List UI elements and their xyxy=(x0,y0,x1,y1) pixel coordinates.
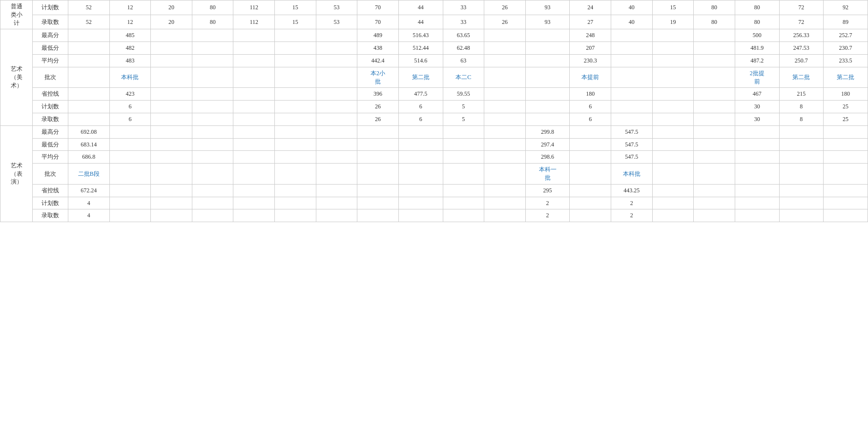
cell xyxy=(694,138,735,151)
cell: 467 xyxy=(735,88,779,101)
row-type: 最高分 xyxy=(33,29,68,42)
cell xyxy=(68,29,110,42)
cell: 8 xyxy=(779,113,824,125)
cell xyxy=(824,138,868,151)
table-row: 录取数 4 2 2 xyxy=(0,209,868,222)
cell xyxy=(192,184,233,197)
cell: 26 xyxy=(484,0,526,15)
cell: 298.6 xyxy=(525,151,570,164)
cell: 547.5 xyxy=(611,125,653,138)
cell xyxy=(233,42,275,55)
cell: 80 xyxy=(192,0,233,15)
cell xyxy=(398,184,443,197)
cell xyxy=(357,184,399,197)
cell xyxy=(275,67,316,88)
cell xyxy=(525,42,570,55)
cell xyxy=(652,138,694,151)
cell: 26 xyxy=(357,101,399,113)
cell xyxy=(652,42,694,55)
cell xyxy=(192,88,233,101)
cell: 2 xyxy=(525,197,570,209)
cell: 672.24 xyxy=(68,184,110,197)
cell xyxy=(233,29,275,42)
cell xyxy=(151,101,192,113)
cell xyxy=(694,29,735,42)
cell: 15 xyxy=(275,0,316,15)
table-row: 最低分 683.14 297.4 547.5 xyxy=(0,138,868,151)
cell: 423 xyxy=(109,88,151,101)
cell: 112 xyxy=(233,15,275,29)
cell xyxy=(652,88,694,101)
cell: 53 xyxy=(316,15,357,29)
row-type: 平均分 xyxy=(33,54,68,67)
cell xyxy=(694,197,735,209)
cell: 250.7 xyxy=(779,54,824,67)
cell: 482 xyxy=(109,42,151,55)
cell: 本科批 xyxy=(611,164,653,185)
cell xyxy=(779,164,824,185)
cell xyxy=(824,151,868,164)
cell: 本2小批 xyxy=(357,67,399,88)
cell xyxy=(652,125,694,138)
cell xyxy=(316,209,357,222)
cell: 33 xyxy=(443,15,484,29)
table-row: 最低分 482 438 512.44 62.48 207 481.9 247.5… xyxy=(0,42,868,55)
cell xyxy=(570,184,611,197)
cell xyxy=(316,113,357,125)
cell xyxy=(824,164,868,185)
cell xyxy=(316,197,357,209)
cell: 72 xyxy=(779,15,824,29)
cell xyxy=(694,88,735,101)
cell xyxy=(275,125,316,138)
cell: 396 xyxy=(357,88,399,101)
data-table: 普通 类小 计 计划数 52 12 20 80 112 15 53 70 44 … xyxy=(0,0,868,222)
cell xyxy=(357,138,399,151)
cell xyxy=(316,29,357,42)
cell xyxy=(109,125,151,138)
cell: 2批提前 xyxy=(735,67,779,88)
cell xyxy=(525,101,570,113)
cell: 80 xyxy=(694,0,735,15)
cell xyxy=(779,197,824,209)
cell xyxy=(275,209,316,222)
cell: 63.65 xyxy=(443,29,484,42)
cell: 30 xyxy=(735,101,779,113)
cell: 93 xyxy=(525,0,570,15)
cell xyxy=(233,125,275,138)
cell: 516.43 xyxy=(398,29,443,42)
cell xyxy=(68,88,110,101)
cell: 5 xyxy=(443,101,484,113)
cell xyxy=(151,184,192,197)
table-row: 计划数 6 26 6 5 6 30 8 25 xyxy=(0,101,868,113)
cell: 112 xyxy=(233,0,275,15)
cell xyxy=(109,138,151,151)
cell xyxy=(192,197,233,209)
cell xyxy=(484,101,526,113)
row-type: 计划数 xyxy=(33,197,68,209)
cell xyxy=(316,101,357,113)
cell xyxy=(611,101,653,113)
cell: 483 xyxy=(109,54,151,67)
cell xyxy=(233,209,275,222)
cell: 80 xyxy=(694,15,735,29)
cell: 12 xyxy=(109,15,151,29)
cell xyxy=(484,88,526,101)
cell xyxy=(109,151,151,164)
cell: 2 xyxy=(611,209,653,222)
cell xyxy=(233,197,275,209)
cell xyxy=(570,125,611,138)
cell xyxy=(192,54,233,67)
cell xyxy=(525,67,570,88)
cell xyxy=(779,138,824,151)
cell: 489 xyxy=(357,29,399,42)
cell: 80 xyxy=(735,15,779,29)
cell xyxy=(275,54,316,67)
cell: 40 xyxy=(611,0,653,15)
cell xyxy=(611,113,653,125)
row-type: 平均分 xyxy=(33,151,68,164)
cell xyxy=(525,113,570,125)
cell xyxy=(735,209,779,222)
cell: 24 xyxy=(570,0,611,15)
row-type: 录取数 xyxy=(33,15,68,29)
cell: 215 xyxy=(779,88,824,101)
